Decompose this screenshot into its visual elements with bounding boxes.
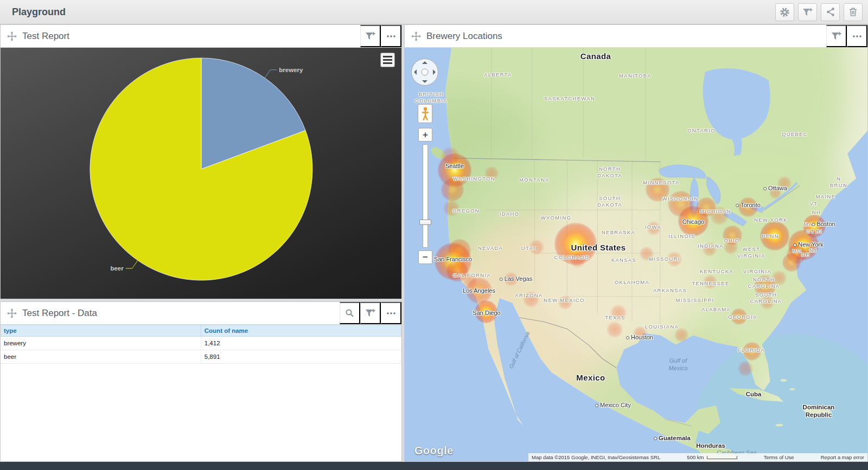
widget-menu-button[interactable] bbox=[381, 302, 401, 324]
ellipsis-icon bbox=[386, 312, 396, 315]
zoom-out-button[interactable]: − bbox=[418, 250, 432, 264]
table-cell: 5,891 bbox=[201, 350, 401, 364]
chart-export-menu-button[interactable] bbox=[380, 53, 395, 67]
map-scale-bar bbox=[707, 456, 737, 459]
dashboard-toolbar: Playground bbox=[0, 0, 868, 24]
pie-label-connector bbox=[126, 260, 138, 268]
left-column: Test Report bbox=[0, 24, 402, 462]
test-report-header: Test Report bbox=[1, 25, 401, 48]
widget-search-button[interactable] bbox=[340, 302, 360, 324]
test-report-data-header: Test Report - Data bbox=[1, 302, 401, 325]
add-filter-button[interactable] bbox=[798, 3, 817, 21]
table-row[interactable]: beer5,891 bbox=[1, 350, 401, 364]
column-header-count-of-name[interactable]: Count of name bbox=[201, 325, 401, 337]
widget-actions bbox=[826, 25, 867, 47]
pie-chart: brewerybeer bbox=[1, 48, 401, 299]
table-cell: beer bbox=[1, 350, 201, 364]
brewery-locations-header: Brewery Locations bbox=[405, 25, 867, 48]
share-button[interactable] bbox=[821, 3, 840, 21]
pan-center-icon[interactable] bbox=[422, 69, 429, 76]
table-cell: brewery bbox=[1, 337, 201, 350]
zoom-slider-track[interactable] bbox=[423, 144, 428, 248]
map-attribution-bar: Map data ©2015 Google, INEGI, Inav/Geosi… bbox=[528, 453, 867, 461]
widget-menu-button[interactable] bbox=[381, 25, 401, 47]
widget-filter-button[interactable] bbox=[360, 25, 381, 47]
trash-icon bbox=[848, 7, 858, 17]
table-row[interactable]: brewery1,412 bbox=[1, 337, 401, 350]
move-widget-handle[interactable] bbox=[6, 308, 18, 318]
zoom-slider-handle[interactable] bbox=[419, 220, 431, 225]
widget-title: Test Report bbox=[22, 31, 69, 42]
pan-up-icon[interactable] bbox=[422, 61, 427, 64]
pan-left-icon[interactable] bbox=[414, 69, 417, 75]
map-scale: 500 km bbox=[687, 454, 737, 460]
move-icon bbox=[7, 308, 17, 318]
map-pan-control[interactable] bbox=[411, 59, 438, 86]
widget-menu-button[interactable] bbox=[847, 25, 867, 47]
test-report-widget: Test Report bbox=[0, 24, 402, 299]
filter-plus-icon bbox=[802, 8, 813, 17]
page-title: Playground bbox=[12, 7, 66, 18]
search-icon bbox=[345, 308, 355, 318]
hamburger-icon bbox=[383, 56, 392, 57]
bottom-strip bbox=[0, 462, 868, 470]
street-view-pegman[interactable] bbox=[418, 104, 432, 123]
pie-slice-label-brewery: brewery bbox=[279, 67, 303, 73]
widget-actions bbox=[360, 25, 401, 47]
table-cell: 1,412 bbox=[201, 337, 401, 350]
ellipsis-icon bbox=[386, 35, 396, 38]
move-icon bbox=[411, 31, 421, 41]
pan-right-icon[interactable] bbox=[433, 69, 436, 75]
google-logo[interactable]: Google bbox=[414, 445, 454, 457]
map-canvas[interactable]: CanadaALBERTAMANITOBABRITISH COLUMBIASAS… bbox=[405, 48, 867, 461]
pie-chart-canvas[interactable]: brewerybeer bbox=[1, 48, 401, 299]
widget-filter-button[interactable] bbox=[826, 25, 847, 47]
move-widget-handle[interactable] bbox=[6, 31, 18, 41]
brewery-locations-widget: Brewery Locations bbox=[404, 24, 868, 462]
test-report-data-widget: Test Report - Data bbox=[0, 301, 402, 462]
report-map-error-link[interactable]: Report a map error bbox=[821, 454, 864, 460]
filter-plus-icon bbox=[365, 308, 375, 318]
pegman-icon bbox=[422, 107, 429, 121]
ellipsis-icon bbox=[852, 35, 862, 38]
widget-actions bbox=[340, 302, 401, 324]
dashboard-body: Test Report bbox=[0, 24, 868, 462]
basemap-svg bbox=[405, 48, 867, 461]
toolbar-actions bbox=[775, 3, 863, 21]
column-header-type[interactable]: type bbox=[1, 325, 201, 337]
gear-icon bbox=[780, 7, 790, 17]
share-icon bbox=[826, 7, 835, 17]
map-scale-label: 500 km bbox=[687, 454, 704, 460]
result-table: typeCount of namebrewery1,412beer5,891 bbox=[1, 325, 401, 364]
settings-button[interactable] bbox=[775, 3, 794, 21]
filter-plus-icon bbox=[831, 31, 841, 41]
widget-title: Brewery Locations bbox=[426, 31, 502, 42]
map-attribution-text: Map data ©2015 Google, INEGI, Inav/Geosi… bbox=[532, 454, 660, 460]
pie-slice-label-beer: beer bbox=[110, 265, 124, 272]
move-widget-handle[interactable] bbox=[410, 31, 422, 41]
filter-plus-icon bbox=[365, 31, 375, 41]
widget-filter-button[interactable] bbox=[360, 302, 381, 324]
zoom-in-button[interactable]: + bbox=[418, 128, 432, 141]
terms-of-use-link[interactable]: Terms of Use bbox=[764, 454, 794, 460]
move-icon bbox=[7, 31, 17, 41]
widget-title: Test Report - Data bbox=[22, 308, 97, 319]
pie-label-connector bbox=[264, 70, 277, 79]
pan-down-icon[interactable] bbox=[422, 80, 427, 83]
data-table-container: typeCount of namebrewery1,412beer5,891 bbox=[1, 325, 401, 461]
delete-button[interactable] bbox=[844, 3, 863, 21]
